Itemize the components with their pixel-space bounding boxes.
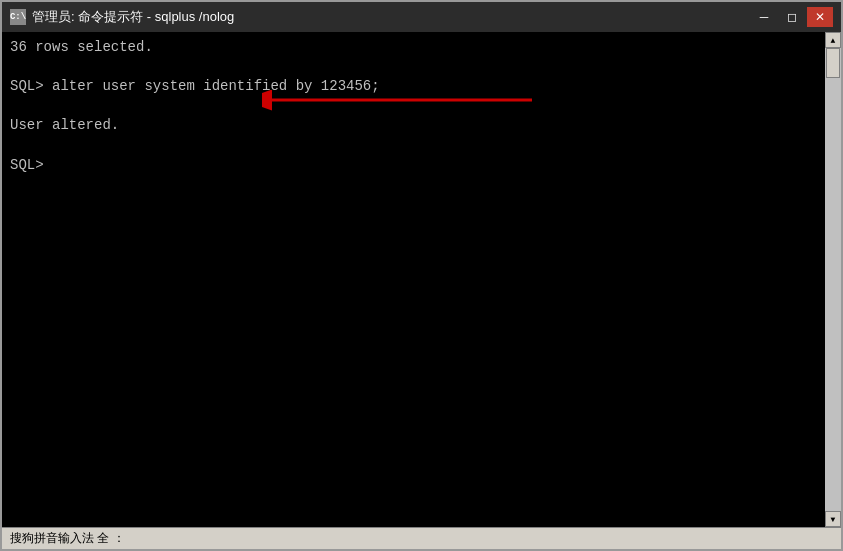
scrollbar-vertical[interactable]: ▲ ▼ (825, 32, 841, 527)
terminal-line-1: 36 rows selected. (10, 38, 817, 58)
close-button[interactable]: ✕ (807, 7, 833, 27)
terminal-line-3: SQL> alter user system identified by 123… (10, 77, 817, 97)
scrollbar-track[interactable] (825, 48, 841, 511)
title-bar: C:\ 管理员: 命令提示符 - sqlplus /nolog ─ ◻ ✕ (2, 2, 841, 32)
minimize-button[interactable]: ─ (751, 7, 777, 27)
terminal-line-7: SQL> (10, 156, 817, 176)
terminal[interactable]: 36 rows selected. SQL> alter user system… (2, 32, 825, 527)
title-bar-text: 管理员: 命令提示符 - sqlplus /nolog (32, 8, 234, 26)
terminal-icon: C:\ (10, 9, 26, 25)
terminal-line-4 (10, 97, 817, 117)
status-bar: 搜狗拼音输入法 全 ： (2, 527, 841, 549)
scroll-up-arrow[interactable]: ▲ (825, 32, 841, 48)
scroll-down-arrow[interactable]: ▼ (825, 511, 841, 527)
status-bar-text: 搜狗拼音输入法 全 ： (10, 530, 125, 547)
terminal-line-5: User altered. (10, 116, 817, 136)
title-bar-buttons: ─ ◻ ✕ (751, 7, 833, 27)
window: C:\ 管理员: 命令提示符 - sqlplus /nolog ─ ◻ ✕ 36… (0, 0, 843, 551)
restore-button[interactable]: ◻ (779, 7, 805, 27)
terminal-wrapper: 36 rows selected. SQL> alter user system… (2, 32, 841, 527)
title-bar-left: C:\ 管理员: 命令提示符 - sqlplus /nolog (10, 8, 234, 26)
terminal-line-6 (10, 136, 817, 156)
terminal-line-2 (10, 58, 817, 78)
scrollbar-thumb[interactable] (826, 48, 840, 78)
